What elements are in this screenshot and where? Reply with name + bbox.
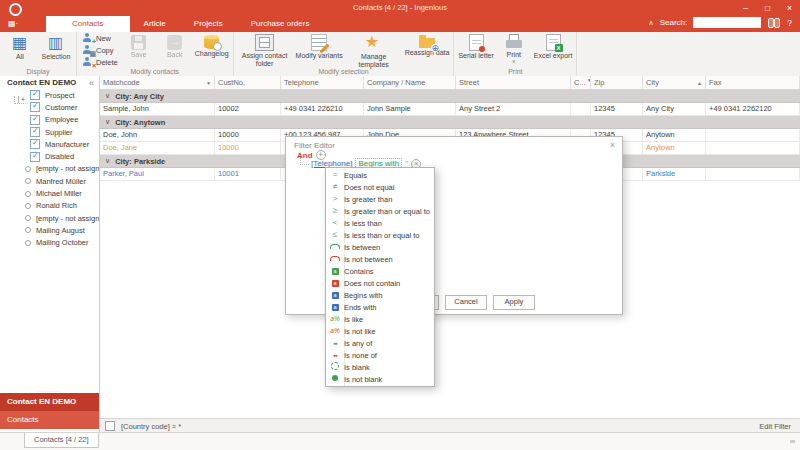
tree-item-michael-miller[interactable]: Michael Miller: [0, 187, 99, 199]
tree-item-disabled[interactable]: Disabled: [0, 150, 99, 162]
checkbox-checked-icon[interactable]: [30, 102, 40, 112]
menu-item-is-not-like[interactable]: a%Is not like: [326, 325, 434, 337]
tree-item-mailing-august[interactable]: Mailing August: [0, 224, 99, 236]
filter-status-bar: [Country code] = * Edit Filter: [100, 418, 800, 433]
tree-item-empty-not-assigned[interactable]: [empty - not assigned]: [0, 212, 99, 224]
new-button[interactable]: +New: [82, 33, 118, 43]
checkbox-checked-icon[interactable]: [30, 152, 40, 162]
collapse-sidebar-icon[interactable]: «: [89, 78, 94, 88]
apply-button[interactable]: Apply: [493, 295, 535, 310]
menu-item-is-greater-than-or-equal-to[interactable]: ≥Is greater than or equal to: [326, 205, 434, 217]
serial-letter-button[interactable]: Serial letter: [456, 32, 495, 61]
chevron-down-icon[interactable]: ∨: [105, 118, 110, 126]
any-of-icon: ●●: [326, 338, 344, 349]
tree-item-manfred-m-ller[interactable]: Manfred Müller: [0, 175, 99, 187]
sort-desc-icon: ▼: [206, 80, 211, 86]
sidebar-panel-contacts[interactable]: Contacts: [0, 411, 99, 429]
modify-variants-button[interactable]: Modify variants: [294, 32, 345, 61]
tree-item-special-price-templates[interactable]: +Special price templates: [14, 96, 26, 104]
menu-item-does-not-equal[interactable]: ≠Does not equal: [326, 181, 434, 193]
column-header-custno[interactable]: CustNo.: [215, 76, 281, 89]
column-header-fax[interactable]: Fax: [706, 76, 800, 89]
column-header-telephone[interactable]: Telephone: [281, 76, 364, 89]
menu-item-is-blank[interactable]: Is blank: [326, 361, 434, 373]
tab-article[interactable]: Article: [130, 16, 180, 32]
column-header-city[interactable]: City▲: [643, 76, 706, 89]
menu-item-contains[interactable]: aContains: [326, 265, 434, 277]
menu-item-does-not-contain[interactable]: aDoes not contain: [326, 277, 434, 289]
group-row-city-any-city[interactable]: ∨City: Any City: [100, 90, 800, 103]
expand-icon[interactable]: +: [18, 96, 26, 104]
begins-with-icon: a: [326, 290, 344, 300]
reassign-data-button[interactable]: Reassign data: [403, 32, 452, 58]
tab-purchase-orders[interactable]: Purchase orders: [237, 16, 324, 32]
copy-button[interactable]: ▣Copy: [82, 45, 118, 55]
menu-item-is-not-between[interactable]: Is not between: [326, 253, 434, 265]
menu-item-is-none-of[interactable]: ●●Is none of: [326, 349, 434, 361]
column-header-matchcode[interactable]: Matchcode▼: [100, 76, 215, 89]
tree-item-empty-not-assigned[interactable]: [empty - not assigned]: [0, 163, 99, 175]
menu-item-begins-with[interactable]: aBegins with: [326, 289, 434, 301]
menu-item-is-not-blank[interactable]: Is not blank: [326, 373, 434, 385]
menu-item-is-less-than-or-equal-to[interactable]: ≤Is less than or equal to: [326, 229, 434, 241]
ribbon-tab-row: ▦· ContactsArticleProjectsPurchase order…: [0, 16, 800, 32]
tree-item-mailing-october[interactable]: Mailing October: [0, 237, 99, 249]
maximize-button[interactable]: □: [765, 2, 770, 14]
menu-item-is-greater-than[interactable]: >Is greater than: [326, 193, 434, 205]
sidebar-panel-contact-en-demo[interactable]: Contact EN DEMO: [0, 393, 99, 411]
help-icon[interactable]: ?: [787, 18, 792, 28]
bottom-tab-contacts[interactable]: Contacts [4 / 22]: [24, 433, 99, 448]
save-button[interactable]: Save: [121, 32, 157, 60]
tree-item-employee[interactable]: Employee: [0, 114, 99, 126]
column-header-company-name[interactable]: Company / Name: [364, 76, 456, 89]
chevron-down-icon[interactable]: ∨: [105, 157, 110, 165]
menu-item-is-like[interactable]: a%Is like: [326, 313, 434, 325]
menu-item-is-any-of[interactable]: ●●Is any of: [326, 337, 434, 349]
back-button[interactable]: Back: [157, 32, 193, 60]
assign-contact-folder-button[interactable]: Assign contact folder: [236, 32, 294, 69]
menu-item-ends-with[interactable]: aEnds with: [326, 301, 434, 313]
tab-projects[interactable]: Projects: [180, 16, 237, 32]
edit-filter-button[interactable]: Edit Filter: [759, 422, 791, 431]
tree-item-manufacturer[interactable]: Manufacturer: [0, 138, 99, 150]
search-input[interactable]: [693, 17, 761, 28]
person-delete-icon: ×: [82, 57, 93, 67]
not-equal-icon: ≠: [326, 182, 344, 192]
filter-checkbox[interactable]: [105, 421, 115, 431]
checkbox-checked-icon[interactable]: [30, 115, 40, 125]
greater-icon: >: [326, 194, 344, 204]
column-header-c[interactable]: C...▼: [571, 76, 591, 89]
selection-button[interactable]: Selection: [38, 32, 74, 62]
collapse-ribbon-icon[interactable]: ∧: [649, 19, 654, 27]
back-icon: [167, 35, 182, 50]
dialog-close-icon[interactable]: ×: [610, 140, 615, 150]
tree-item-supplier[interactable]: Supplier: [0, 126, 99, 138]
excel-export-button[interactable]: Excel export: [532, 32, 575, 61]
checkbox-checked-icon[interactable]: [30, 127, 40, 137]
menu-item-is-less-than[interactable]: <Is less than: [326, 217, 434, 229]
menu-item-equals[interactable]: =Equals: [326, 169, 434, 181]
checkbox-checked-icon[interactable]: [30, 139, 40, 149]
minimize-button[interactable]: –: [743, 2, 748, 14]
ribbon-group-display: AllSelectionDisplay: [0, 32, 77, 76]
table-row-sample-john[interactable]: Sample, John10002+49 0341 226210John Sam…: [100, 103, 800, 116]
print-button[interactable]: Print∨: [496, 32, 532, 64]
close-button[interactable]: ×: [787, 2, 792, 14]
menu-item-is-between[interactable]: Is between: [326, 241, 434, 253]
app-menu-icon[interactable]: ▦·: [8, 19, 18, 28]
chevron-down-icon[interactable]: ∨: [105, 92, 110, 100]
tab-contacts[interactable]: Contacts: [46, 16, 130, 32]
column-header-zip[interactable]: Zip: [591, 76, 643, 89]
tree-item-ronald-rich[interactable]: Ronald Rich: [0, 200, 99, 212]
binoculars-search-icon[interactable]: [767, 18, 781, 27]
cancel-button[interactable]: Cancel: [445, 295, 487, 310]
changelog-button[interactable]: Changelog: [193, 32, 231, 59]
manage-templates-button[interactable]: Manage templates: [345, 32, 403, 70]
app-window: Contacts [4 / 22] - Ingenious – □ × ▦· C…: [0, 0, 800, 450]
all-button[interactable]: All: [2, 32, 38, 62]
group-row-city-anytown[interactable]: ∨City: Anytown: [100, 116, 800, 129]
sidebar: Contact EN DEMO « −Contact typeProspectC…: [0, 76, 100, 432]
column-header-street[interactable]: Street: [456, 76, 571, 89]
checkbox-checked-icon[interactable]: [30, 90, 40, 100]
delete-button[interactable]: ×Delete: [82, 57, 118, 67]
